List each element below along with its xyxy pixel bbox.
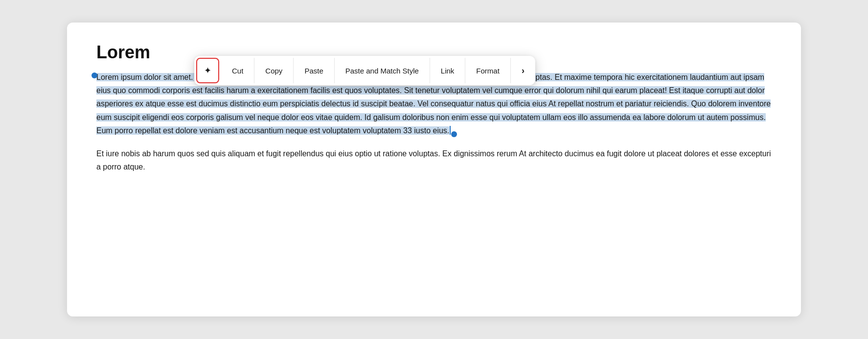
- paste-match-style-button[interactable]: Paste and Match Style: [335, 58, 430, 83]
- text-cursor: [450, 126, 451, 135]
- link-button[interactable]: Link: [430, 58, 466, 83]
- sparkle-icon: ✦: [204, 65, 211, 76]
- paste-button[interactable]: Paste: [294, 58, 334, 83]
- more-button[interactable]: ›: [511, 58, 535, 83]
- selection-handle-bottom: [451, 131, 457, 137]
- page-container: Lorem ✦ Cut Copy Paste Paste and Match S…: [0, 0, 868, 339]
- copy-button[interactable]: Copy: [254, 58, 294, 83]
- text-body: Lorem ipsum dolor sit amet. Ut quis vero…: [96, 71, 772, 173]
- title-text: Lorem: [96, 42, 150, 63]
- ai-assist-button[interactable]: ✦: [196, 58, 219, 83]
- selection-handle-top: [91, 73, 97, 78]
- normal-text: Et iure nobis ab harum quos sed quis ali…: [96, 149, 771, 171]
- format-button[interactable]: Format: [465, 58, 511, 83]
- doc-title: Lorem: [96, 42, 150, 63]
- normal-paragraph: Et iure nobis ab harum quos sed quis ali…: [96, 147, 772, 173]
- cut-button[interactable]: Cut: [221, 58, 254, 83]
- context-toolbar: ✦ Cut Copy Paste Paste and Match Style L…: [194, 56, 535, 85]
- editor-container: Lorem ✦ Cut Copy Paste Paste and Match S…: [67, 23, 801, 316]
